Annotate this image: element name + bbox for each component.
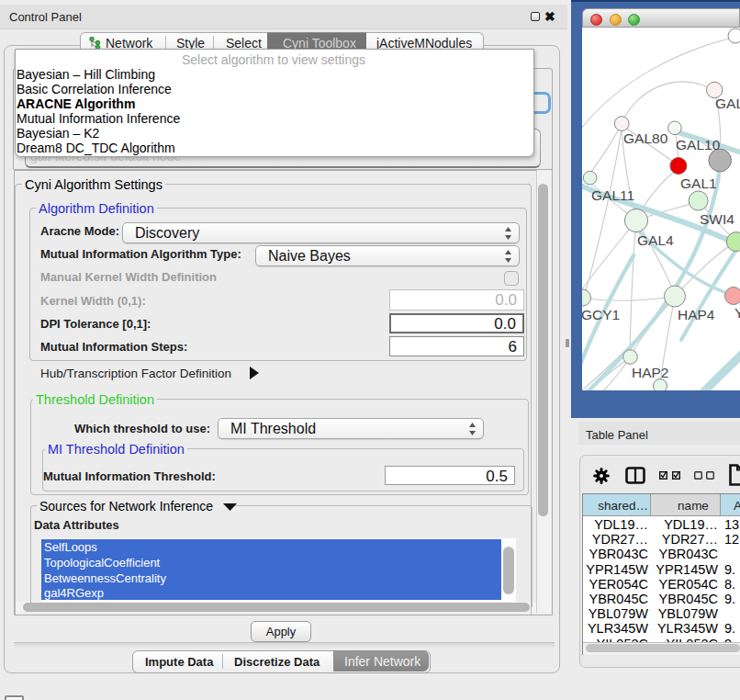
svg-text:Y: Y bbox=[734, 305, 740, 321]
svg-text:GAL1: GAL1 bbox=[680, 175, 717, 191]
svg-text:SWI4: SWI4 bbox=[700, 211, 734, 227]
svg-text:HAP2: HAP2 bbox=[632, 365, 669, 380]
svg-text:GCY1: GCY1 bbox=[582, 307, 620, 322]
svg-text:GAL: GAL bbox=[715, 96, 740, 111]
svg-text:GAL4: GAL4 bbox=[637, 232, 674, 248]
svg-text:GAL10: GAL10 bbox=[676, 137, 721, 152]
svg-text:HAP4: HAP4 bbox=[678, 307, 715, 322]
svg-text:GAL80: GAL80 bbox=[623, 130, 668, 146]
svg-text:GAL11: GAL11 bbox=[591, 187, 634, 203]
